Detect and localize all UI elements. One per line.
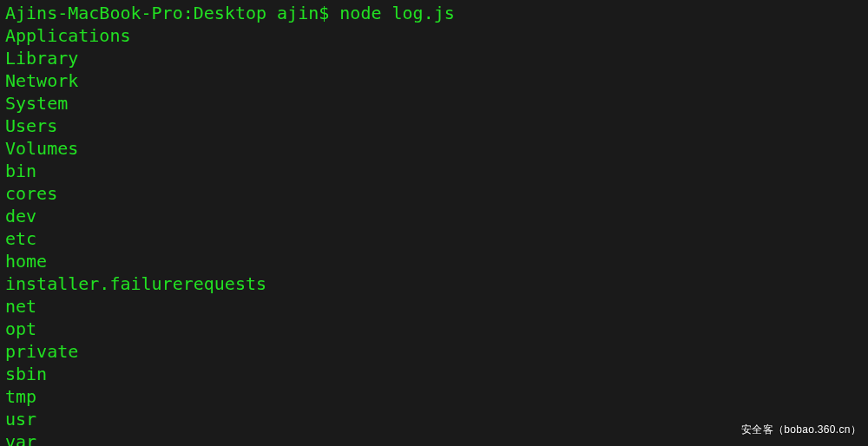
terminal-output-line: etc <box>5 227 863 250</box>
terminal-output-line: cores <box>5 182 863 205</box>
terminal-output-line: Volumes <box>5 137 863 160</box>
terminal-output-line: Network <box>5 69 863 92</box>
terminal-output-line: home <box>5 250 863 272</box>
terminal-output-line: opt <box>5 318 863 340</box>
terminal-output-line: sbin <box>5 363 863 385</box>
terminal-output-line: var <box>5 430 863 446</box>
terminal-output-line: installer.failurerequests <box>5 272 863 295</box>
terminal-output-line: usr <box>5 408 863 430</box>
terminal-output-line: Applications <box>5 24 863 47</box>
terminal-output-line: bin <box>5 160 863 182</box>
terminal-output-line: dev <box>5 205 863 227</box>
terminal-output-line: tmp <box>5 385 863 408</box>
terminal-output-line: private <box>5 340 863 363</box>
terminal-prompt-line[interactable]: Ajins-MacBook-Pro:Desktop ajin$ node log… <box>5 2 863 24</box>
terminal-output-line: Library <box>5 47 863 69</box>
terminal-output-line: net <box>5 295 863 318</box>
terminal-output-line: Users <box>5 115 863 137</box>
watermark-text: 安全客（bobao.360.cn） <box>741 418 861 441</box>
terminal-output-line: System <box>5 92 863 115</box>
